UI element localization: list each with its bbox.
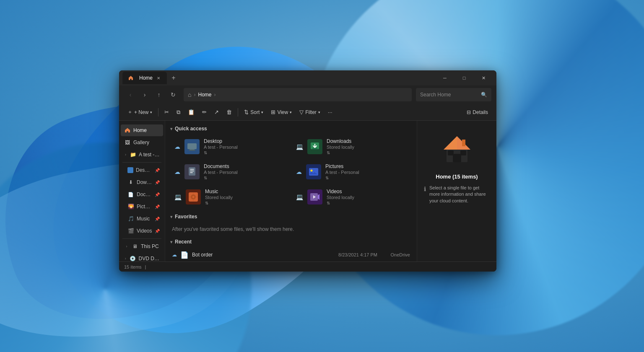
favorites-empty-text: After you've favorited some files, we'll…	[170, 223, 412, 236]
sidebar-item-home[interactable]: Home	[121, 124, 163, 136]
explorer-window: Home ✕ + ─ □ ✕ ‹ › ↑ ↻ ⌂ › Home › Search…	[119, 70, 496, 272]
qa-sub-videos: Stored locally	[327, 195, 408, 200]
cmd-separator-2	[238, 108, 238, 116]
music-pin-icon: 📌	[155, 217, 160, 221]
sidebar-dvd-label: DVD Drive (D:) C	[139, 256, 160, 261]
address-separator-2: ›	[214, 92, 216, 98]
recent-header[interactable]: ▾ Recent	[170, 239, 412, 245]
cut-button[interactable]: ✂	[161, 106, 172, 118]
quick-access-header[interactable]: ▾ Quick access	[170, 126, 412, 132]
cut-icon: ✂	[164, 109, 169, 115]
search-bar[interactable]: Search Home 🔍	[416, 88, 491, 101]
qa-name-videos: Videos	[327, 189, 408, 194]
view-arrow-icon: ▾	[290, 110, 292, 114]
window-controls: ─ □ ✕	[435, 71, 493, 85]
close-button[interactable]: ✕	[474, 71, 493, 85]
forward-button[interactable]: ›	[138, 88, 151, 101]
refresh-button[interactable]: ↻	[167, 88, 179, 101]
delete-button[interactable]: 🗑	[223, 106, 235, 118]
qa-sub-pictures: A test - Personal	[325, 170, 408, 175]
qa-cloud-icon-downloads: 💻	[296, 143, 303, 150]
qa-sync-documents: ⇅	[204, 176, 286, 180]
svg-rect-2	[189, 150, 195, 151]
thispc-expand-icon: ›	[124, 244, 129, 249]
filter-button[interactable]: ▽ Filter ▾	[296, 106, 324, 118]
sidebar-item-videos[interactable]: 🎬 Videos 📌	[121, 225, 163, 237]
view-button[interactable]: ⊞ View ▾	[267, 106, 295, 118]
new-label: + New	[134, 109, 148, 115]
new-tab-button[interactable]: +	[168, 72, 179, 84]
qa-item-desktop[interactable]: ☁ Desktop A test - Personal ⇅	[170, 135, 290, 158]
sort-arrow-icon: ▾	[261, 110, 263, 114]
qa-sync-desktop: ⇅	[204, 150, 286, 155]
tab-close-button[interactable]: ✕	[155, 75, 162, 81]
qa-name-documents: Documents	[204, 163, 286, 169]
rename-button[interactable]: ✏	[199, 106, 210, 118]
qa-name-pictures: Pictures	[325, 163, 408, 169]
sidebar-item-pictures[interactable]: 🌄 Pictures 📌	[121, 201, 163, 212]
sidebar-item-dvd[interactable]: › 💿 DVD Drive (D:) C	[121, 253, 163, 261]
sidebar-item-thispc[interactable]: › 🖥 This PC	[121, 241, 163, 252]
sidebar-item-gallery[interactable]: 🖼 Gallery	[121, 137, 163, 148]
sidebar-gallery-label: Gallery	[133, 140, 149, 145]
videos-pin-icon: 📌	[155, 229, 160, 233]
qa-sync-downloads: ⇅	[327, 150, 408, 155]
back-button[interactable]: ‹	[124, 88, 137, 101]
sidebar-item-desktop[interactable]: Desktop 📌	[121, 164, 163, 176]
qa-item-music[interactable]: 💻 Music Stored locally ⇅	[170, 185, 290, 209]
main-panel: ▾ Quick access ☁ Desktop	[165, 121, 417, 261]
sidebar-documents-label: Documents	[137, 192, 152, 197]
qa-icon-videos	[307, 189, 322, 204]
maximize-button[interactable]: □	[454, 71, 474, 85]
sidebar-item-downloads[interactable]: ⬇ Downloads 📌	[121, 176, 163, 188]
details-info-icon: ℹ	[424, 185, 426, 194]
qa-item-documents[interactable]: ☁ Documents A test - Personal ⇅	[170, 160, 290, 184]
sort-label: Sort	[250, 109, 260, 115]
videos-sidebar-icon: 🎬	[127, 228, 134, 234]
atest-sidebar-icon: 📁	[130, 151, 136, 158]
sort-button[interactable]: ⇅ Sort ▾	[241, 106, 267, 118]
sidebar-item-atest[interactable]: › 📁 A test - Persona	[121, 149, 163, 160]
qa-item-videos[interactable]: 💻 Videos Stored locally ⇅	[292, 185, 412, 209]
more-button[interactable]: ···	[325, 106, 336, 118]
details-info-text: Select a single file to get more informa…	[429, 185, 490, 204]
sidebar-item-music[interactable]: 🎵 Music 📌	[121, 213, 163, 225]
qa-item-pictures[interactable]: ☁ Pictures A test - Personal ⇅	[292, 160, 412, 184]
address-bar[interactable]: ⌂ › Home ›	[184, 88, 412, 101]
favorites-header[interactable]: ▾ Favorites	[170, 214, 412, 220]
pictures-pin-icon: 📌	[155, 204, 160, 209]
share-button[interactable]: ↗	[211, 106, 222, 118]
quick-access-label: Quick access	[175, 126, 207, 132]
details-button[interactable]: ⊟ Details	[463, 106, 491, 118]
recent-item-0[interactable]: ☁ 📄 Bot order 8/23/2021 4:17 PM OneDrive	[170, 248, 412, 261]
more-icon: ···	[328, 109, 332, 115]
filter-icon: ▽	[299, 109, 304, 115]
qa-cloud-icon-desktop: ☁	[174, 143, 180, 150]
copy-button[interactable]: ⧉	[173, 106, 184, 118]
qa-sub-music: Stored locally	[205, 195, 286, 200]
qa-cloud-icon-documents: ☁	[174, 168, 180, 175]
desktop-sidebar-icon	[127, 167, 133, 173]
tab-home[interactable]: Home ✕	[122, 72, 167, 84]
sidebar-home-label: Home	[133, 127, 147, 133]
cmd-separator-1	[158, 108, 158, 116]
qa-name-downloads: Downloads	[327, 138, 408, 144]
details-home-illustration	[438, 129, 476, 167]
sidebar-item-documents[interactable]: 📄 Documents 📌	[121, 189, 163, 200]
svg-rect-5	[189, 167, 195, 176]
downloads-pin-icon: 📌	[155, 180, 160, 185]
qa-cloud-icon-pictures: ☁	[296, 168, 302, 175]
minimize-button[interactable]: ─	[435, 71, 454, 85]
paste-icon: 📋	[188, 109, 195, 115]
svg-rect-0	[187, 143, 197, 149]
qa-name-music: Music	[205, 189, 286, 194]
recent-chevron: ▾	[170, 240, 172, 244]
address-separator-1: ›	[194, 92, 195, 98]
atest-expand-icon: ›	[124, 152, 127, 157]
qa-item-downloads[interactable]: 💻 Downloads Stored locally ⇅	[292, 135, 412, 158]
new-button[interactable]: ＋ + New ▾	[124, 106, 156, 118]
up-button[interactable]: ↑	[153, 88, 165, 101]
sidebar-desktop-label: Desktop	[136, 167, 152, 173]
paste-button[interactable]: 📋	[184, 106, 198, 118]
dvd-expand-icon: ›	[124, 256, 127, 261]
